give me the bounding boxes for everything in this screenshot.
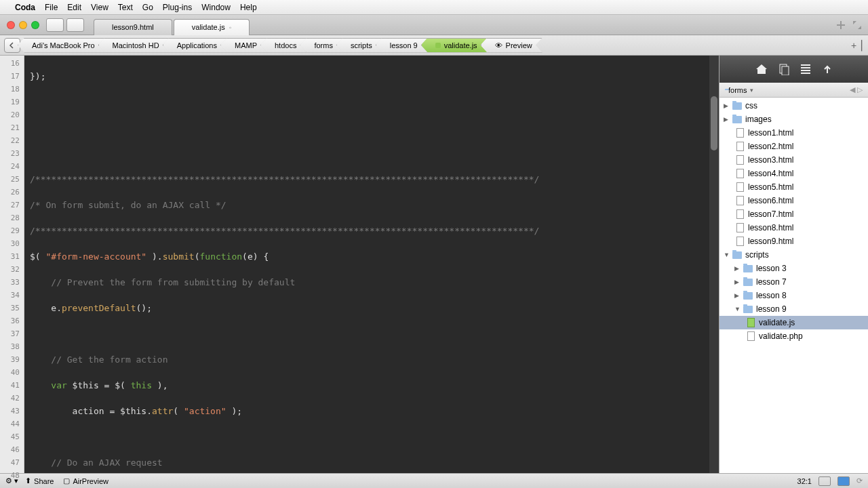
toolbar-button-1[interactable] [46,18,64,32]
modified-icon: ◦ [229,24,232,31]
tree-folder-images[interactable]: ▶images [719,113,868,126]
macos-menubar: Coda File Edit View Text Go Plug-ins Win… [0,0,868,15]
crumb-file[interactable]: validate.js [421,38,488,53]
tree-file[interactable]: lesson5.html [719,180,868,194]
file-tabs: lesson9.html validate.js◦ [94,15,251,35]
menu-file[interactable]: File [45,3,58,12]
home-icon[interactable] [755,63,768,75]
tab-lesson9[interactable]: lesson9.html [94,19,172,35]
crumb-scripts[interactable]: scripts [336,38,382,53]
scrollbar-thumb[interactable] [711,96,717,150]
toolbar-button-2[interactable] [66,18,84,32]
menu-go[interactable]: Go [142,3,153,12]
crumb-computer[interactable]: Adi's MacBook Pro [18,38,105,53]
tree-folder-scripts[interactable]: ▼scripts [719,248,868,262]
sidebar-path[interactable]: forms ▾ ◀ ▷ [719,83,868,98]
tab-validate[interactable]: validate.js◦ [174,19,250,35]
menu-edit[interactable]: Edit [67,3,81,12]
tree-folder-css[interactable]: ▶css [719,99,868,113]
files-icon[interactable] [778,63,790,75]
tree-file[interactable]: lesson6.html [719,194,868,207]
share-button[interactable]: ⬆ Share [25,476,54,485]
airpreview-button[interactable]: ▢ AirPreview [63,476,108,485]
crumb-hd[interactable]: Macintosh HD [98,38,170,53]
menu-help[interactable]: Help [240,3,257,12]
menu-window[interactable]: Window [201,3,231,12]
add-tab-button[interactable]: + ⎮ [851,40,864,51]
js-dot-icon [435,43,441,48]
tree-file[interactable]: lesson8.html [719,221,868,235]
tree-folder[interactable]: ▶lesson 7 [719,275,868,289]
fullscreen-icon[interactable] [852,20,863,30]
tree-file[interactable]: lesson9.html [719,235,868,248]
tree-file[interactable]: lesson7.html [719,207,868,221]
crumb-htdocs[interactable]: htdocs [260,38,307,53]
tree-file-validate-js[interactable]: validate.js [719,316,868,329]
refresh-icon[interactable]: ⟳ [856,476,863,485]
tab-label: lesson9.html [112,23,154,31]
menu-view[interactable]: View [91,3,108,12]
add-icon[interactable] [835,20,846,30]
sidebar-root-label: forms [728,86,747,94]
list-icon[interactable] [800,63,812,75]
eye-icon: 👁 [495,41,502,49]
zoom-button[interactable] [31,21,39,29]
file-sidebar: forms ▾ ◀ ▷ ▶css ▶images lesson1.html le… [719,56,868,473]
tree-folder[interactable]: ▶lesson 8 [719,289,868,302]
tree-file[interactable]: lesson3.html [719,153,868,167]
editor-scrollbar[interactable] [709,56,719,473]
tree-file-validate-php[interactable]: validate.php [719,329,868,343]
layout-button-2[interactable] [837,476,850,486]
crumb-mamp[interactable]: MAMP [220,38,267,53]
main-area: 1617181920212223242526272829303132333435… [0,56,868,473]
publish-icon[interactable] [821,63,833,75]
tree-file[interactable]: lesson4.html [719,167,868,180]
crumb-preview[interactable]: 👁Preview [481,38,542,53]
file-tree: ▶css ▶images lesson1.html lesson2.html l… [719,98,868,473]
tree-folder-lesson9[interactable]: ▼lesson 9 [719,302,868,316]
chevron-down-icon: ▾ [750,87,753,94]
code-editor[interactable]: 1617181920212223242526272829303132333435… [0,56,719,473]
nav-next[interactable]: ▷ [857,85,863,94]
window-titlebar: lesson9.html validate.js◦ [0,15,868,35]
tree-folder[interactable]: ▶lesson 3 [719,262,868,275]
nav-prev[interactable]: ◀ [850,85,855,94]
menu-text[interactable]: Text [118,3,133,12]
app-name[interactable]: Coda [15,3,35,12]
tree-file[interactable]: lesson1.html [719,126,868,140]
tree-file[interactable]: lesson2.html [719,140,868,153]
crumb-apps[interactable]: Applications [163,38,227,53]
cursor-position: 32:1 [797,477,812,485]
minimize-button[interactable] [19,21,27,29]
window-controls [7,21,39,29]
menu-plugins[interactable]: Plug-ins [163,3,192,12]
code-content[interactable]: }); /***********************************… [24,56,709,473]
svg-rect-1 [782,66,789,75]
path-bar: Adi's MacBook Pro Macintosh HD Applicati… [0,35,868,56]
close-button[interactable] [7,21,15,29]
line-gutter: 1617181920212223242526272829303132333435… [0,56,24,473]
tab-label: validate.js [192,23,225,31]
crumb-lesson9[interactable]: lesson 9 [376,38,428,53]
sidebar-toolbar [719,56,868,83]
status-bar: ⚙ ▾ ⬆ Share ▢ AirPreview 32:1 ⟳ [0,473,868,488]
layout-button-1[interactable] [818,476,831,486]
